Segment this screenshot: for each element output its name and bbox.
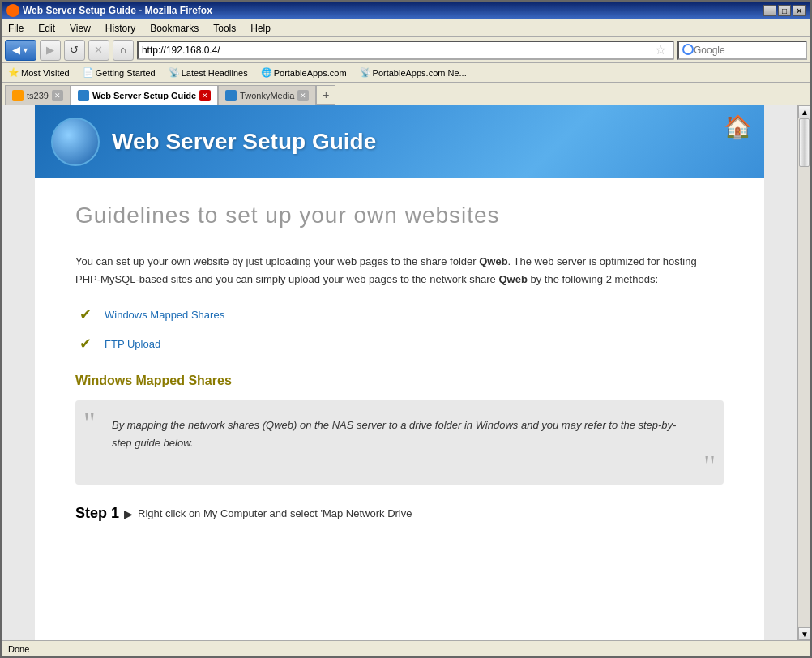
menu-view[interactable]: View — [66, 22, 94, 35]
check-item-ftp: ✔ FTP Upload — [75, 334, 724, 353]
scroll-up-button[interactable]: ▲ — [798, 105, 810, 118]
bold-qweb-2: Qweb — [498, 273, 527, 285]
new-tab-button[interactable]: + — [316, 85, 335, 105]
menu-file[interactable]: File — [5, 22, 27, 35]
tab-webserver-icon — [78, 90, 89, 101]
forward-button[interactable]: ▶ — [40, 40, 61, 61]
tab-ts239[interactable]: ts239 ✕ — [5, 85, 71, 105]
url-input[interactable] — [142, 45, 652, 56]
bookmark-getting-started[interactable]: 📄 Getting Started — [79, 66, 159, 79]
star-icon: ⭐ — [8, 67, 19, 78]
tab-ts239-close[interactable]: ✕ — [52, 90, 63, 101]
reload-button[interactable]: ↺ — [64, 40, 85, 61]
bookmark-most-visited[interactable]: ⭐ Most Visited — [5, 66, 73, 79]
page-icon: 📄 — [83, 67, 94, 78]
title-bar: Web Server Setup Guide - Mozilla Firefox… — [2, 2, 810, 19]
page-scroll[interactable]: Web Server Setup Guide 🏠 Guidelines to s… — [2, 105, 797, 640]
firefox-icon — [6, 4, 19, 17]
tab-webserver[interactable]: Web Server Setup Guide ✕ — [71, 85, 218, 105]
step-arrow-icon: ▶ — [124, 507, 133, 520]
menu-bar: File Edit View History Bookmarks Tools H… — [2, 19, 810, 37]
tab-ts239-icon — [12, 90, 24, 101]
bold-qweb-1: Qweb — [479, 255, 507, 267]
menu-history[interactable]: History — [102, 22, 139, 35]
window-controls: _ □ ✕ — [763, 5, 806, 16]
restore-button[interactable]: □ — [778, 5, 791, 16]
window-title: Web Server Setup Guide - Mozilla Firefox — [23, 5, 212, 16]
scroll-track[interactable] — [798, 118, 810, 627]
google-icon — [682, 44, 694, 57]
page-content: Web Server Setup Guide 🏠 Guidelines to s… — [35, 105, 764, 640]
menu-help[interactable]: Help — [247, 22, 274, 35]
status-text: Done — [8, 644, 29, 654]
url-bar-wrapper: ☆ — [137, 41, 674, 60]
bookmarks-bar: ⭐ Most Visited 📄 Getting Started 📡 Lates… — [2, 63, 810, 83]
bookmark-latest-headlines[interactable]: 📡 Latest Headlines — [165, 66, 251, 79]
stop-button[interactable]: ✕ — [88, 40, 109, 61]
check-item-windows: ✔ Windows Mapped Shares — [75, 305, 724, 324]
close-quote-icon: " — [703, 451, 716, 481]
bookmark-portableapps-ne[interactable]: 📡 PortableApps.com Ne... — [357, 66, 470, 79]
site-title: Web Server Setup Guide — [112, 129, 376, 155]
scroll-thumb[interactable] — [799, 118, 810, 167]
windows-mapped-shares-heading: Windows Mapped Shares — [75, 374, 724, 388]
checkmark-windows-icon: ✔ — [75, 305, 95, 324]
search-input[interactable] — [694, 45, 812, 56]
windows-mapped-shares-link[interactable]: Windows Mapped Shares — [105, 309, 224, 321]
intro-paragraph: You can set up your own website by just … — [75, 253, 724, 288]
menu-edit[interactable]: Edit — [35, 22, 58, 35]
bookmark-portableapps[interactable]: 🌐 PortableApps.com — [258, 66, 350, 79]
tab-twonky-icon — [225, 90, 237, 101]
home-button[interactable]: ⌂ — [113, 40, 134, 61]
browser-window: Web Server Setup Guide - Mozilla Firefox… — [0, 0, 812, 658]
open-quote-icon: " — [83, 408, 96, 438]
step-1-text: Right click on My Computer and select 'M… — [138, 507, 412, 519]
step-1-line: Step 1 ▶ Right click on My Computer and … — [75, 505, 724, 522]
back-button[interactable]: ◀ ▼ — [5, 40, 36, 61]
svg-point-0 — [683, 45, 693, 54]
article-content: Guidelines to set up your own websites Y… — [35, 178, 764, 546]
status-bar: Done — [2, 640, 810, 656]
tabs-bar: ts239 ✕ Web Server Setup Guide ✕ TwonkyM… — [2, 83, 810, 105]
rss-icon: 📡 — [169, 67, 180, 78]
bookmark-star-icon[interactable]: ☆ — [652, 42, 669, 58]
tab-twonkymedia[interactable]: TwonkyMedia ✕ — [218, 85, 316, 105]
browser-content-area: Web Server Setup Guide 🏠 Guidelines to s… — [2, 105, 810, 640]
step-1-label: Step 1 — [75, 505, 119, 522]
rss2-icon: 📡 — [360, 67, 371, 78]
quote-text: By mapping the network shares (Qweb) on … — [112, 417, 687, 452]
scrollbar[interactable]: ▲ ▼ — [797, 105, 810, 640]
back-icon: ◀ — [12, 44, 20, 56]
search-wrapper: 🔍 — [677, 41, 807, 60]
tab-webserver-close[interactable]: ✕ — [199, 90, 211, 101]
nav-toolbar: ◀ ▼ ▶ ↺ ✕ ⌂ ☆ 🔍 — [2, 37, 810, 63]
checkmark-ftp-icon: ✔ — [75, 334, 95, 353]
tab-twonky-close[interactable]: ✕ — [297, 90, 309, 101]
close-button[interactable]: ✕ — [793, 5, 806, 16]
ftp-upload-link[interactable]: FTP Upload — [105, 338, 160, 350]
checklist: ✔ Windows Mapped Shares ✔ FTP Upload — [75, 305, 724, 353]
scroll-down-button[interactable]: ▼ — [798, 627, 810, 640]
globe-icon: 🌐 — [261, 67, 272, 78]
site-header: Web Server Setup Guide 🏠 — [35, 105, 764, 178]
home-nav-icon[interactable]: 🏠 — [724, 113, 752, 140]
article-heading: Guidelines to set up your own websites — [75, 203, 724, 229]
site-logo — [51, 118, 100, 166]
menu-tools[interactable]: Tools — [210, 22, 239, 35]
menu-bookmarks[interactable]: Bookmarks — [147, 22, 202, 35]
quote-box: " By mapping the network shares (Qweb) o… — [75, 400, 724, 485]
minimize-button[interactable]: _ — [763, 5, 776, 16]
back-dropdown-icon: ▼ — [22, 46, 29, 54]
